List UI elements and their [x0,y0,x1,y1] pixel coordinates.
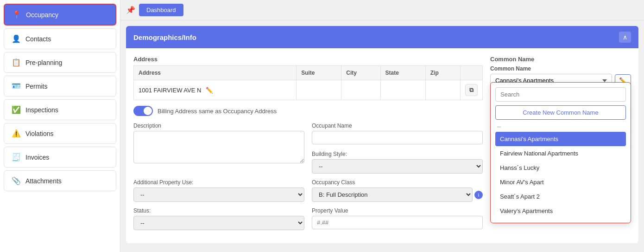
sidebar-item-label: Pre-planning [25,59,62,66]
additional-property-use-select[interactable]: -- [133,187,304,202]
status-group: Status: -- [133,207,304,230]
sidebar-item-violations[interactable]: ⚠️ Violations [4,123,116,144]
sidebar-item-occupancy[interactable]: 📍 Occupancy [4,4,116,26]
billing-toggle-row: Billing Address same as Occupancy Addres… [133,106,483,116]
dashboard-button[interactable]: Dashboard [139,4,183,16]
additional-property-use-group: Additional Property Use: -- [133,179,304,202]
address-section-label: Address [133,56,483,63]
common-name-container: Common Name Cannasi's Apartments ✏️ [490,65,631,87]
status-label: Status: [133,207,304,214]
additional-property-use-label: Additional Property Use: [133,179,304,186]
sidebar-item-label: Contacts [25,35,51,43]
property-value-group: Property Value [312,207,483,229]
occupancy-icon: 📍 [12,10,21,19]
dropdown-item-fairview[interactable]: Fairview National Apartments [495,146,626,161]
contacts-icon: 👤 [12,34,21,43]
occupant-name-input[interactable]: Kois Center [312,131,483,144]
zip-cell [425,80,460,100]
copy-cell: ⧉ [461,80,483,100]
dropdown-item-minorav[interactable]: Minor AV's Apart [495,175,626,189]
occupancy-class-info-icon[interactable]: i [474,191,483,199]
card-body: Address Address Suite City State Zip [126,48,638,243]
collapse-button[interactable]: ∧ [619,32,631,43]
sidebar: 📍 Occupancy 👤 Contacts 📋 Pre-planning 🪪 … [0,0,120,252]
property-value-label: Property Value [312,207,483,214]
occupancy-class-label: Occupancy Class [312,179,483,186]
suite-cell [297,80,341,100]
occupant-description-row: Description Occupant Name Kois Center Bu… [133,123,483,174]
status-select[interactable]: -- [133,216,304,230]
sidebar-item-label: Violations [25,130,53,137]
col-city: City [341,66,380,80]
occupant-name-group: Occupant Name Kois Center Building Style… [312,123,483,174]
sidebar-item-invoices[interactable]: 🧾 Invoices [4,147,116,168]
card-header: Demographics/Info ∧ [126,26,638,48]
state-cell [380,80,425,100]
occupancy-class-group: Occupancy Class B: Full Description i [312,179,483,202]
main-content: 📌 Dashboard Demographics/Info ∧ Address [120,0,644,252]
description-group: Description [133,123,304,163]
inspections-icon: ✅ [12,105,21,114]
copy-address-button[interactable]: ⧉ [465,84,478,96]
left-column: Address Address Suite City State Zip [133,56,483,236]
sidebar-item-label: Occupancy [26,11,58,19]
col-suite: Suite [297,66,341,80]
common-name-search-input[interactable] [495,87,626,102]
violations-icon: ⚠️ [12,129,21,138]
building-style-select[interactable]: -- [312,159,483,174]
city-cell [341,80,380,100]
common-name-field-label: Common Name [490,65,631,72]
common-name-section: Common Name Common Name Cannasi's Apartm… [490,56,631,87]
address-table: Address Suite City State Zip [133,65,483,100]
dropdown-item-seatt[interactable]: Seatt´s Apart 2 [495,189,626,204]
common-name-dropdown-popup: Create New Common Name -- Cannasi's Apar… [490,82,631,223]
dropdown-divider: -- [495,123,626,130]
occupant-name-label: Occupant Name [312,123,483,129]
description-label: Description [133,123,304,129]
sidebar-item-label: Inspections [25,106,58,114]
invoices-icon: 🧾 [12,153,21,162]
billing-toggle-label: Billing Address same as Occupancy Addres… [158,108,277,115]
address-row: 1001 FAIRVIEW AVE N ✏️ ⧉ [134,80,483,100]
preplanning-icon: 📋 [12,58,21,67]
pin-icon[interactable]: 📌 [126,6,135,14]
main-columns: Address Address Suite City State Zip [133,56,631,236]
topbar: 📌 Dashboard [120,0,644,20]
sidebar-item-inspections[interactable]: ✅ Inspections [4,99,116,120]
demographics-card: Demographics/Info ∧ Address Address Suit [126,26,638,243]
col-address: Address [134,66,297,80]
address-cell: 1001 FAIRVIEW AVE N ✏️ [134,80,297,100]
sidebar-item-label: Permits [25,83,47,90]
content-area: Demographics/Info ∧ Address Address Suit [120,20,644,252]
dropdown-item-valery[interactable]: Valery's Apartments [495,204,626,218]
create-common-name-button[interactable]: Create New Common Name [495,105,626,120]
col-state: State [380,66,425,80]
sidebar-item-attachments[interactable]: 📎 Attachments [4,170,116,191]
sidebar-item-label: Attachments [25,177,62,185]
attachments-icon: 📎 [12,176,21,185]
common-name-section-label: Common Name [490,56,631,63]
col-actions [461,66,483,80]
description-input[interactable] [133,131,304,163]
dropdown-item-cannasi[interactable]: Cannasi's Apartments [495,132,626,146]
dropdown-item-hanss[interactable]: Hanss´s Lucky [495,161,626,175]
property-value-input[interactable] [312,216,483,229]
billing-toggle[interactable] [133,106,153,116]
col-zip: Zip [425,66,460,80]
sidebar-item-preplanning[interactable]: 📋 Pre-planning [4,52,116,73]
right-column: Common Name Common Name Cannasi's Apartm… [483,56,631,236]
permits-icon: 🪪 [12,82,21,90]
occupancy-class-select[interactable]: B: Full Description [312,187,473,202]
building-style-label: Building Style: [312,151,483,157]
card-title: Demographics/Info [133,33,196,41]
property-use-row: Additional Property Use: -- Occupancy Cl… [133,179,483,202]
address-edit-icon[interactable]: ✏️ [206,87,213,94]
status-row: Status: -- Property Value [133,207,483,230]
sidebar-item-permits[interactable]: 🪪 Permits [4,76,116,97]
sidebar-item-label: Invoices [25,154,49,161]
sidebar-item-contacts[interactable]: 👤 Contacts [4,28,116,49]
